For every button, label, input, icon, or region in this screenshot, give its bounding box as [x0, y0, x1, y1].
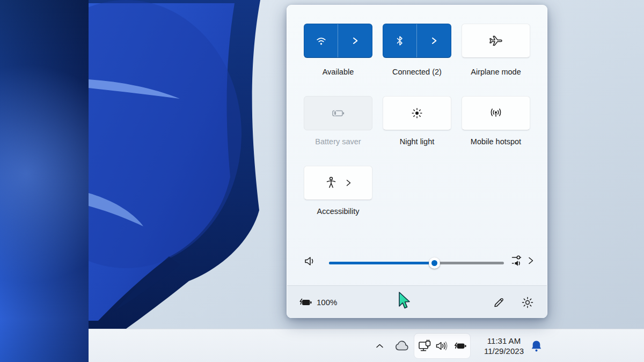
- show-hidden-icons-button[interactable]: [373, 341, 386, 351]
- settings-button[interactable]: [518, 293, 537, 312]
- battery-charging-icon: [297, 297, 313, 308]
- wifi-icon: [314, 35, 328, 47]
- notifications-bell-button[interactable]: [529, 339, 544, 354]
- night-light-icon: [410, 106, 424, 120]
- quick-settings-footer: 100%: [287, 285, 547, 318]
- bluetooth-icon: [394, 34, 405, 47]
- taskbar-clock[interactable]: 11:31 AM 11/29/2023: [474, 333, 534, 359]
- bluetooth-toggle-button[interactable]: [383, 24, 416, 57]
- chevron-right-icon: [527, 256, 535, 265]
- volume-mute-button[interactable]: [303, 254, 318, 270]
- blurred-edge-left: [0, 0, 89, 362]
- chevron-right-icon: [352, 36, 359, 45]
- chevron-right-icon[interactable]: [345, 179, 352, 187]
- bluetooth-tile-label: Connected (2): [374, 68, 460, 76]
- onedrive-cloud-icon: [394, 340, 409, 352]
- mobile-hotspot-tile[interactable]: [462, 96, 530, 130]
- bluetooth-tile: [383, 24, 451, 58]
- wifi-toggle-button[interactable]: [304, 24, 338, 57]
- mouse-cursor: [397, 291, 412, 311]
- onedrive-tray-button[interactable]: [393, 338, 411, 353]
- gear-icon: [521, 296, 534, 309]
- volume-row: [287, 245, 548, 266]
- edit-quick-settings-button[interactable]: [489, 293, 508, 312]
- chevron-right-icon: [430, 36, 438, 45]
- battery-saver-icon: [330, 107, 346, 120]
- wifi-tile: [304, 24, 372, 58]
- sound-output-button[interactable]: [511, 253, 535, 268]
- night-light-tile[interactable]: [383, 96, 451, 130]
- volume-slider-thumb[interactable]: [429, 257, 440, 269]
- system-tray-group[interactable]: [414, 333, 471, 359]
- chevron-up-icon: [375, 342, 385, 350]
- quick-settings-panel: Available Connected (2) Airplane mode: [287, 5, 547, 318]
- accessibility-icon: [325, 176, 338, 190]
- airplane-icon: [488, 34, 503, 47]
- audio-mixer-icon: [511, 253, 524, 268]
- screen: 11:31 AM 11/29/2023: [0, 0, 644, 362]
- mobile-hotspot-icon: [488, 106, 503, 120]
- taskbar: 11:31 AM 11/29/2023: [89, 329, 644, 362]
- battery-status[interactable]: 100%: [297, 286, 337, 319]
- clock-time: 11:31 AM: [487, 336, 521, 346]
- volume-slider[interactable]: [329, 262, 504, 264]
- accessibility-tile[interactable]: [304, 166, 372, 200]
- notification-bell-icon: [530, 339, 543, 353]
- airplane-mode-tile[interactable]: [462, 24, 530, 58]
- volume-slider-fill: [329, 262, 434, 264]
- speaker-icon: [303, 254, 318, 268]
- battery-saver-tile-label: Battery saver: [295, 137, 381, 146]
- clock-date: 11/29/2023: [484, 346, 524, 356]
- airplane-mode-tile-label: Airplane mode: [453, 68, 539, 76]
- battery-percent-label: 100%: [317, 298, 337, 307]
- volume-icon: [435, 340, 448, 352]
- network-icon: [418, 339, 432, 353]
- mobile-hotspot-tile-label: Mobile hotspot: [453, 137, 539, 146]
- night-light-tile-label: Night light: [374, 137, 460, 146]
- accessibility-tile-label: Accessibility: [295, 207, 381, 216]
- wifi-tile-label: Available: [295, 68, 381, 76]
- battery-icon: [452, 340, 467, 352]
- wifi-expand-button[interactable]: [338, 24, 372, 57]
- battery-saver-tile[interactable]: [304, 96, 372, 130]
- bluetooth-expand-button[interactable]: [417, 24, 451, 57]
- pencil-icon: [493, 297, 504, 308]
